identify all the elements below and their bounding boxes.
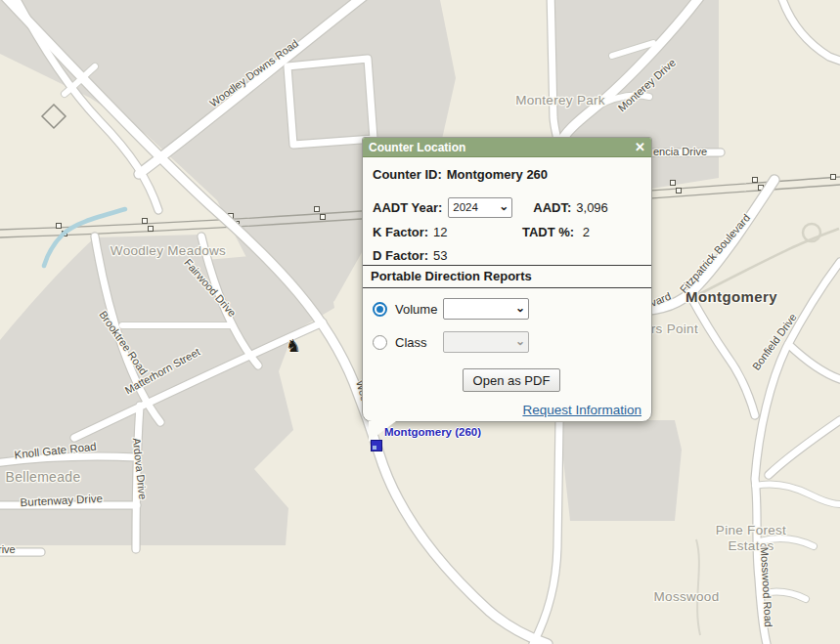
volume-radio[interactable]: [373, 302, 387, 317]
counter-id-value: Montgomery 260: [447, 167, 548, 182]
aadt-year-label: AADT Year:: [373, 200, 442, 215]
poi-icon: ♞: [286, 336, 301, 356]
k-factor-label: K Factor:: [373, 225, 428, 239]
d-factor-value: 53: [433, 248, 447, 263]
map-label-woodley-meadows: Woodley Meadows: [111, 243, 226, 258]
volume-select[interactable]: [443, 298, 529, 320]
aadt-value: 3,096: [576, 200, 608, 215]
class-label: Class: [395, 335, 427, 350]
divider: [363, 265, 651, 266]
residential-area-below-popup: [562, 420, 682, 521]
volume-select-wrap: ⌄: [443, 298, 529, 320]
map-label-rive-partial: rive: [0, 543, 16, 555]
tadt-value: 2: [583, 225, 590, 239]
d-factor-label: D Factor:: [373, 248, 428, 263]
map-label-encia-drive: encia Drive: [653, 146, 707, 157]
counter-location-popup: Counter Location ✕ Counter ID: Montgomer…: [362, 137, 652, 422]
map-application: ♞ Woodley Downs Road Monterey Park Monte…: [0, 0, 840, 644]
aadt-year-select[interactable]: 2024: [448, 197, 512, 218]
map-label-monterey-park: Monterey Park: [515, 93, 605, 107]
counter-id-row: Counter ID: Montgomery 260: [373, 167, 641, 182]
request-information-link[interactable]: Request Information: [522, 403, 641, 417]
aadt-label: AADT:: [533, 200, 571, 215]
volume-label: Volume: [395, 302, 437, 317]
close-icon[interactable]: ✕: [635, 141, 645, 153]
divider: [363, 287, 651, 288]
aadt-row: AADT Year: 2024 ⌄ AADT: 3,096: [373, 196, 641, 218]
map-label-montgomery-city: Montgomery: [685, 288, 777, 305]
popup-title: Counter Location: [369, 141, 465, 154]
k-factor-value: 12: [433, 225, 447, 239]
d-factor-row: D Factor: 53: [373, 248, 641, 263]
section-title: Portable Direction Reports: [371, 269, 532, 283]
class-radio[interactable]: [373, 335, 387, 350]
map-label-bellemeade: Bellemeade: [6, 469, 81, 485]
popup-body: Counter ID: Montgomery 260 AADT Year: 20…: [363, 157, 651, 422]
tadt-group: TADT %: 2: [522, 225, 590, 239]
map-label-pine-forest: Pine Forest: [716, 523, 786, 537]
counter-id-label: Counter ID:: [373, 167, 442, 182]
class-select-wrap: ⌄: [443, 331, 529, 353]
volume-row: Volume ⌄: [373, 298, 641, 320]
open-as-pdf-button[interactable]: Open as PDF: [463, 368, 560, 392]
map-label-mosswood: Mosswood: [654, 589, 720, 604]
popup-header[interactable]: Counter Location ✕: [363, 138, 651, 157]
counter-marker-label[interactable]: Montgomery (260): [384, 426, 481, 438]
marker-glyph: [373, 446, 376, 450]
tadt-label: TADT %:: [522, 225, 574, 239]
counter-marker[interactable]: [371, 440, 382, 451]
class-row: Class ⌄: [373, 331, 641, 353]
aadt-year-select-wrap: 2024 ⌄: [448, 197, 512, 218]
class-select[interactable]: [443, 331, 529, 353]
k-factor-row: K Factor: 12 TADT %: 2: [373, 225, 641, 239]
